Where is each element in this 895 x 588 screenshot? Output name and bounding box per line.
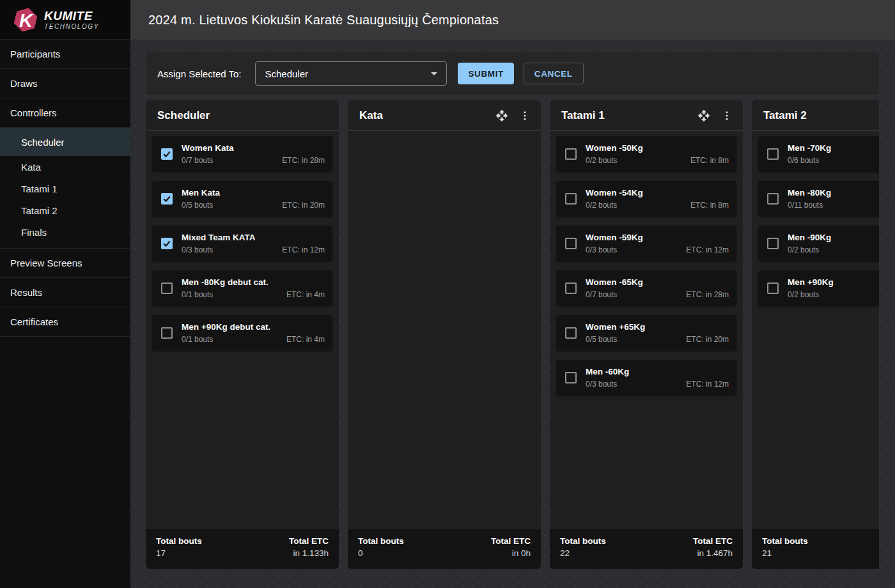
category-card-men-90kg[interactable]: Men -90Kg 0/2 bouts [758,226,879,261]
card-bouts: 0/3 bouts [586,380,617,389]
card-bouts: 0/2 bouts [586,156,617,165]
card-checkbox[interactable] [767,282,779,294]
cancel-button[interactable]: CANCEL [524,63,584,84]
card-etc: ETC: in 28m [686,290,729,299]
category-card-women-65kg[interactable]: Women -65Kg 0/7 bouts ETC: in 28m [556,270,736,306]
category-card-women-kata[interactable]: Women Kata 0/7 bouts ETC: in 28m [152,136,332,172]
total-etc-value: in 1.467h [693,548,733,558]
card-title: Women +65Kg [586,322,729,332]
column-footer: Total bouts 22 Total ETC in 1.467h [550,529,743,569]
category-card-men-80kg-debut-cat[interactable]: Men -80Kg debut cat. 0/1 bouts ETC: in 4… [152,270,332,306]
total-etc-value: in 1.133h [289,548,329,558]
move-column-icon[interactable] [495,109,509,123]
category-card-women-59kg[interactable]: Women -59Kg 0/3 bouts ETC: in 12m [556,226,736,261]
category-card-men-80kg[interactable]: Men -80Kg 0/11 bouts [758,181,879,217]
card-etc: ETC: in 20m [282,201,325,210]
category-card-women-50kg[interactable]: Women -50Kg 0/2 bouts ETC: in 8m [556,136,736,172]
column-title: Tatami 2 [763,109,879,122]
column-body [348,131,541,529]
card-checkbox[interactable] [767,193,779,205]
sidebar-subnav: SchedulerKataTatami 1Tatami 2Finals [0,128,130,249]
card-title: Women -50Kg [586,143,729,153]
column-body: Women -50Kg 0/2 bouts ETC: in 8m Women -… [550,131,743,529]
assign-target-select[interactable]: Scheduler [255,61,447,86]
sidebar-item-tatami-1[interactable]: Tatami 1 [0,178,130,199]
card-etc: ETC: in 8m [690,201,729,210]
card-checkbox[interactable] [565,193,577,205]
card-checkbox[interactable] [767,238,779,249]
column-footer: Total bouts 21 [752,529,879,569]
category-card-men-60kg[interactable]: Men -60Kg 0/3 bouts ETC: in 12m [556,360,736,396]
card-bouts: 0/7 bouts [586,290,617,299]
card-title: Women -54Kg [586,188,729,197]
sidebar-item-kata[interactable]: Kata [0,156,130,178]
card-title: Men +90Kg [788,277,879,287]
column-tatami-2: Tatami 2 Men -70Kg 0/6 bouts Men -80Kg 0… [752,100,879,569]
category-card-women-54kg[interactable]: Women -54Kg 0/2 bouts ETC: in 8m [556,181,736,217]
card-etc: ETC: in 20m [686,335,729,344]
card-checkbox[interactable] [161,327,173,339]
card-checkbox[interactable] [565,148,577,160]
sidebar-item-results[interactable]: Results [0,278,130,307]
sidebar-item-tatami-2[interactable]: Tatami 2 [0,199,130,221]
card-bouts: 0/11 bouts [788,201,823,210]
card-bouts: 0/3 bouts [586,245,617,254]
column-header: Kata [348,100,541,131]
card-checkbox[interactable] [565,238,577,249]
card-title: Women Kata [182,143,325,153]
column-scheduler: Scheduler Women Kata 0/7 bouts ETC: in 2… [146,100,339,569]
submit-button[interactable]: SUBMIT [458,63,513,84]
total-etc-label: Total ETC [289,536,329,546]
card-title: Men -80Kg [788,188,879,197]
category-card-women-65kg[interactable]: Women +65Kg 0/5 bouts ETC: in 20m [556,315,736,351]
card-checkbox[interactable] [565,282,577,294]
column-menu-kebab-icon[interactable] [518,109,532,123]
total-bouts-label: Total bouts [358,536,404,546]
card-etc: ETC: in 8m [690,156,729,165]
column-footer: Total bouts 0 Total ETC in 0h [348,529,541,569]
sidebar-item-participants[interactable]: Participants [0,40,130,69]
card-checkbox[interactable] [565,372,577,383]
column-title: Scheduler [157,109,330,122]
category-card-men-90kg[interactable]: Men +90Kg 0/2 bouts [758,270,879,306]
sidebar-item-controllers[interactable]: Controllers [0,98,130,128]
total-etc-value: in 0h [491,548,531,558]
card-title: Men +90Kg debut cat. [182,322,325,332]
category-card-mixed-team-kata[interactable]: Mixed Team KATA 0/3 bouts ETC: in 12m [152,226,332,261]
category-card-men-90kg-debut-cat[interactable]: Men +90Kg debut cat. 0/1 bouts ETC: in 4… [152,315,332,351]
card-etc: ETC: in 4m [286,290,325,299]
assign-target-selected-value: Scheduler [265,68,308,79]
app-header: 2024 m. Lietuvos Kiokušin Karatė Suaugus… [130,0,895,40]
check-icon [162,150,171,159]
card-bouts: 0/2 bouts [788,245,819,254]
card-checkbox[interactable] [161,238,173,249]
column-footer: Total bouts 17 Total ETC in 1.133h [146,529,339,569]
card-checkbox[interactable] [565,327,577,339]
card-etc: ETC: in 12m [686,245,729,254]
card-title: Women -59Kg [586,233,729,242]
move-column-icon[interactable] [697,109,711,123]
sidebar-item-scheduler[interactable]: Scheduler [0,128,130,156]
main-area: Assign Selected To: Scheduler SUBMIT CAN… [130,40,895,588]
category-card-men-kata[interactable]: Men Kata 0/5 bouts ETC: in 20m [152,181,332,217]
total-bouts-label: Total bouts [560,536,606,546]
column-header: Tatami 2 [752,100,879,131]
column-kata: Kata Total bouts 0 T [348,100,541,569]
card-checkbox[interactable] [161,282,173,294]
column-title: Kata [359,109,495,122]
sidebar-item-draws[interactable]: Draws [0,69,130,98]
card-checkbox[interactable] [161,148,173,160]
total-bouts-value: 22 [560,548,606,558]
column-header: Tatami 1 [550,100,743,131]
column-menu-kebab-icon[interactable] [720,109,734,123]
card-checkbox[interactable] [161,193,173,205]
sidebar-item-finals[interactable]: Finals [0,221,130,243]
page-title: 2024 m. Lietuvos Kiokušin Karatė Suaugus… [148,13,499,27]
card-checkbox[interactable] [767,148,779,160]
sidebar-item-certificates[interactable]: Certificates [0,307,130,337]
category-card-men-70kg[interactable]: Men -70Kg 0/6 bouts [758,136,879,172]
card-title: Men Kata [182,188,325,197]
column-tatami-1: Tatami 1 Women -50Kg [550,100,743,569]
card-bouts: 0/6 bouts [788,156,819,165]
sidebar-item-preview-screens[interactable]: Preview Screens [0,249,130,278]
